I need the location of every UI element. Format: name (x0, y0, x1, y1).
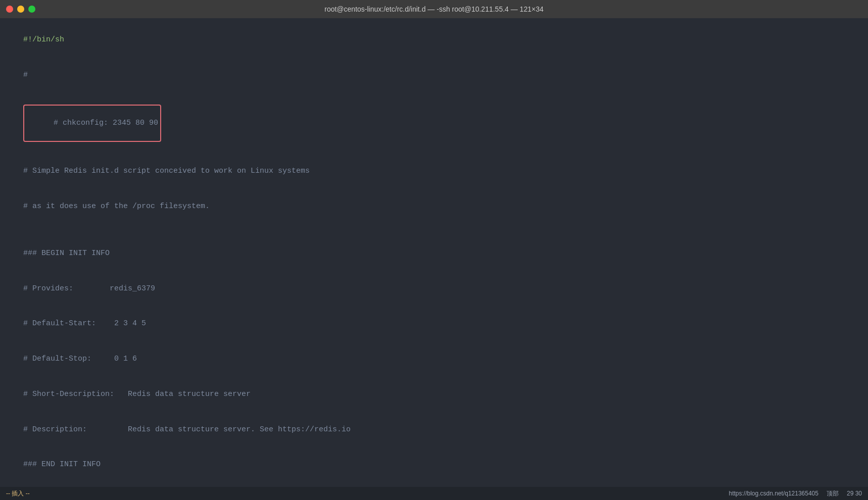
top-label: 顶部 (827, 489, 839, 498)
csdn-url: https://blog.csdn.net/q121365405 (729, 490, 818, 497)
code-line-11: # Short-Description: Redis data structur… (5, 377, 863, 412)
code-line-12: # Description: Redis data structure serv… (5, 412, 863, 447)
code-line-9: # Default-Start: 2 3 4 5 (5, 306, 863, 341)
insert-mode-label: -- 插入 -- (6, 489, 30, 498)
code-line-7: ### BEGIN INIT INFO (5, 236, 863, 271)
minimize-button[interactable] (17, 6, 24, 13)
statusbar: -- 插入 -- https://blog.csdn.net/q12136540… (0, 487, 868, 500)
code-line-3: # chkconfig: 2345 80 90 (5, 93, 863, 154)
code-line-6 (5, 224, 863, 235)
titlebar: root@centos-linux:/etc/rc.d/init.d — -ss… (0, 0, 868, 18)
cursor-position: 29 30 (847, 490, 862, 497)
code-line-14 (5, 482, 863, 487)
window-controls[interactable] (6, 6, 35, 13)
maximize-button[interactable] (28, 6, 35, 13)
code-line-1: #!/bin/sh (5, 22, 863, 58)
close-button[interactable] (6, 6, 13, 13)
code-line-8: # Provides: redis_6379 (5, 271, 863, 306)
terminal-content: #!/bin/sh # # chkconfig: 2345 80 90 # Si… (0, 18, 868, 487)
window-title: root@centos-linux:/etc/rc.d/init.d — -ss… (324, 5, 543, 13)
code-line-4: # Simple Redis init.d script conceived t… (5, 154, 863, 189)
statusbar-right: https://blog.csdn.net/q121365405 顶部 29 3… (729, 489, 862, 498)
code-line-2: # (5, 58, 863, 93)
code-line-13: ### END INIT INFO (5, 447, 863, 482)
statusbar-left: -- 插入 -- (6, 489, 30, 498)
code-line-5: # as it does use of the /proc filesystem… (5, 189, 863, 224)
code-line-10: # Default-Stop: 0 1 6 (5, 341, 863, 377)
